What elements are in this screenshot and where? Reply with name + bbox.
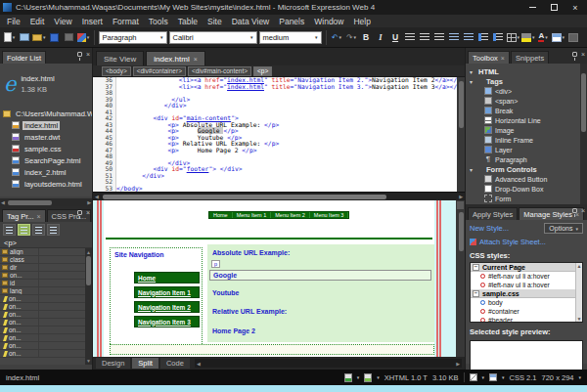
menu-item-format[interactable]: Format xyxy=(108,17,144,26)
style-rule-left-nav-ul-li-a-hover[interactable]: #left-nav ul li a:hover xyxy=(471,272,575,281)
tab-tag-properties[interactable]: Tag Pr...× xyxy=(2,209,46,222)
new-document-button[interactable]: ▾ xyxy=(3,30,16,45)
top-navigation-menu[interactable]: HomeMenu Item 1Menu Item 2Menu Item 3 xyxy=(208,211,349,219)
toolbox-item-advanced-button[interactable]: Advanced Button xyxy=(470,174,580,184)
doctype-indicator[interactable]: XHTML 1.0 T xyxy=(384,373,428,382)
summary-button[interactable] xyxy=(47,224,60,236)
menu-item-insert[interactable]: Insert xyxy=(77,17,108,26)
tree-item-sample-css[interactable]: sample.css xyxy=(0,143,92,154)
font-color-button[interactable]: A▾ xyxy=(537,30,550,45)
tag-property-row[interactable]: on... xyxy=(0,319,85,327)
toolbox-item-image[interactable]: Image xyxy=(470,125,580,135)
menu-item-panels[interactable]: Panels xyxy=(274,17,309,26)
tab-folder-list[interactable]: Folder List xyxy=(2,51,46,64)
property-value-cell[interactable] xyxy=(39,248,85,255)
youtube-link[interactable]: Youtube xyxy=(212,289,239,296)
main-content-region[interactable]: Absolute URL Example: p Google Youtube R… xyxy=(207,244,434,342)
style-rule-container[interactable]: #container xyxy=(471,307,575,316)
borders-button[interactable]: ▾ xyxy=(507,30,520,45)
property-value-cell[interactable] xyxy=(39,303,85,310)
editor-tab-site-view[interactable]: Site View xyxy=(96,51,144,65)
tag-selector-p[interactable]: <p> xyxy=(253,66,272,76)
increase-indent-button[interactable] xyxy=(492,30,505,45)
highlight-button[interactable]: ▾ xyxy=(521,30,535,45)
design-nav-button-navigation-item-3[interactable]: Navigation Item 3 xyxy=(134,316,200,327)
menu-item-data-view[interactable]: Data View xyxy=(227,17,275,26)
menu-item-file[interactable]: File xyxy=(2,17,25,26)
menu-item-view[interactable]: View xyxy=(49,17,76,26)
property-value-cell[interactable] xyxy=(39,350,85,357)
relative-url-label[interactable]: Relative URL Example: xyxy=(212,308,287,315)
close-icon[interactable]: × xyxy=(581,207,585,214)
attach-style-sheet-link[interactable]: Attach Style Sheet... xyxy=(479,238,546,246)
toolbox-item-div[interactable]: <div> xyxy=(470,86,580,96)
property-value-cell[interactable] xyxy=(39,327,85,333)
tree-item-master-dwt[interactable]: master.dwt xyxy=(0,131,92,143)
tag-properties-vscrollbar[interactable]: ▲ ▼ xyxy=(85,248,92,365)
save-button[interactable] xyxy=(48,30,61,45)
tag-property-row[interactable]: class xyxy=(0,256,85,264)
bold-button[interactable]: B xyxy=(360,30,373,45)
open-button[interactable]: ▾ xyxy=(32,30,46,45)
toolbox-item-paragraph[interactable]: ¶Paragraph xyxy=(470,154,580,164)
scroll-left-icon[interactable]: ◀ xyxy=(197,361,201,367)
pin-icon[interactable] xyxy=(572,52,577,57)
tag-property-row[interactable]: on... xyxy=(0,311,85,319)
footer-region[interactable] xyxy=(110,344,434,355)
tree-item-searchpage-html[interactable]: SearchPage.html xyxy=(0,154,92,166)
scroll-up-icon[interactable]: ▲ xyxy=(86,249,91,255)
design-view[interactable]: HomeMenu Item 1Menu Item 2Menu Item 3 Si… xyxy=(93,200,465,357)
options-button[interactable]: Options▾ xyxy=(544,223,583,234)
code-hscrollbar[interactable]: ◀ ▶ xyxy=(93,192,465,200)
pin-icon[interactable] xyxy=(77,52,82,57)
show-categorized-button[interactable] xyxy=(3,224,16,236)
undo-button[interactable]: ↶▾ xyxy=(331,30,343,45)
css-schema-indicator[interactable]: CSS 2.1 xyxy=(510,373,537,382)
scrollbar-button[interactable] xyxy=(457,201,464,209)
scrollbar-thumb[interactable] xyxy=(103,195,386,199)
menu-item-help[interactable]: Help xyxy=(348,17,375,26)
scroll-right-icon[interactable]: ▶ xyxy=(456,361,460,367)
tag-selector-div-main-content[interactable]: <div#main-content> xyxy=(188,66,251,76)
scroll-up-icon[interactable]: ▲ xyxy=(577,263,582,269)
scrollbar-thumb[interactable] xyxy=(581,73,586,132)
tree-item-index-2-html[interactable]: index_2.html xyxy=(0,166,92,178)
insert-table-button[interactable]: ▾ xyxy=(552,30,565,45)
site-navigation-label[interactable]: Site Navigation xyxy=(114,251,164,258)
collapse-icon[interactable]: ▾ xyxy=(470,166,475,173)
editor-tab-index-html[interactable]: index.html× xyxy=(146,51,205,65)
tag-property-row[interactable]: on... xyxy=(0,295,85,303)
tag-property-row[interactable]: on... xyxy=(0,303,85,311)
paragraph-tag-badge[interactable]: p xyxy=(211,260,220,268)
scrollbar-thumb[interactable] xyxy=(459,212,464,251)
tag-property-row[interactable]: id xyxy=(0,280,85,287)
property-value-cell[interactable] xyxy=(39,256,85,263)
tree-item-c-users-muhammad-waqas-do[interactable]: C:\Users\Muhammad.Waqas\Do xyxy=(0,108,92,119)
page-size-selector[interactable]: 720 x 294▾ xyxy=(542,373,581,382)
close-icon[interactable]: × xyxy=(501,55,505,62)
toolbox-vscrollbar[interactable] xyxy=(580,64,587,204)
style-rule-body[interactable]: body xyxy=(471,298,575,307)
toolbox-item-drop-down-box[interactable]: Drop-Down Box xyxy=(470,184,580,194)
design-page[interactable]: HomeMenu Item 1Menu Item 2Menu Item 3 Si… xyxy=(104,200,434,357)
tag-property-row[interactable]: on... xyxy=(0,350,85,358)
scroll-left-icon[interactable]: ◀ xyxy=(1,199,5,205)
property-value-cell[interactable] xyxy=(39,272,85,279)
close-icon[interactable]: × xyxy=(86,51,90,58)
top-menu-link-menu-item-3[interactable]: Menu Item 3 xyxy=(310,212,349,218)
toolbox-item-span[interactable]: <span> xyxy=(470,96,580,106)
style-rule-header[interactable]: #header xyxy=(471,316,575,323)
tab-snippets[interactable]: Snippets xyxy=(511,51,549,64)
google-link[interactable]: Google xyxy=(209,270,431,281)
collapse-icon[interactable]: ▾ xyxy=(470,78,475,85)
underline-button[interactable]: U xyxy=(389,30,402,45)
design-vscrollbar[interactable] xyxy=(456,200,465,357)
menu-item-tools[interactable]: Tools xyxy=(144,17,173,26)
design-nav-button-navigation-item-1[interactable]: Navigation Item 1 xyxy=(134,286,200,298)
view-hscrollbar[interactable]: ◀▶ xyxy=(195,359,462,368)
visual-aids-button[interactable]: ▾ xyxy=(470,373,485,381)
show-set-properties-button[interactable] xyxy=(32,224,45,236)
align-left-button[interactable] xyxy=(404,30,417,45)
menu-item-edit[interactable]: Edit xyxy=(25,17,50,26)
tree-item-index-html[interactable]: index.html xyxy=(0,119,92,131)
